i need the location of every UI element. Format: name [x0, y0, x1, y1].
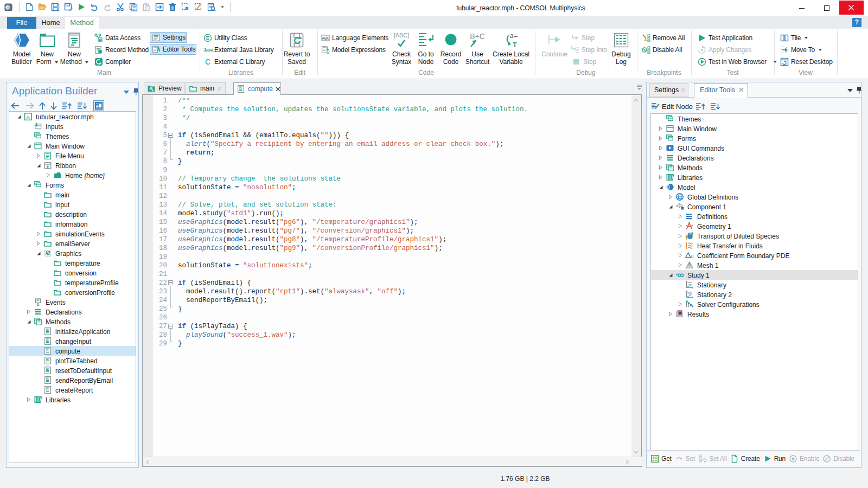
svg-text:a=: a= — [327, 50, 330, 54]
svg-text:a=: a= — [510, 31, 518, 40]
svg-text:A: A — [27, 113, 30, 119]
svg-text:B+C: B+C — [470, 32, 485, 41]
svg-text:ABC: ABC — [322, 36, 329, 40]
svg-text:u: u — [691, 254, 694, 259]
svg-text:T: T — [513, 41, 517, 49]
svg-text:[ABC]: [ABC] — [394, 32, 410, 38]
